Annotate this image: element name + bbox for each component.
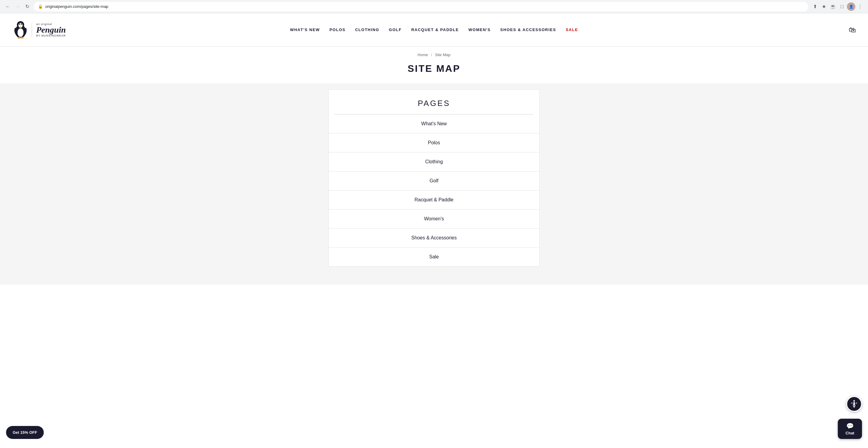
pages-heading: PAGES [329, 90, 539, 114]
accessibility-button[interactable] [846, 396, 862, 412]
svg-point-5 [21, 24, 22, 25]
extensions-button[interactable]: ☕ [829, 2, 837, 11]
page-link-clothing[interactable]: Clothing [425, 159, 443, 164]
page-link-whats-new[interactable]: What's New [421, 121, 447, 126]
site-header: an original Penguin by Munsingwear WHAT'… [0, 13, 868, 47]
nav-sale[interactable]: SALE [566, 27, 578, 32]
browser-actions: ⬆ ★ ☕ □ 👤 ⋮ [811, 2, 864, 11]
main-content: PAGES What's New Polos Clothing Golf Rac… [0, 83, 868, 285]
svg-point-1 [18, 28, 24, 37]
list-item: Sale [329, 247, 539, 266]
list-item: Golf [329, 172, 539, 190]
browser-chrome: ← → ↻ 🔒 originalpenguin.com/pages/site-m… [0, 0, 868, 13]
list-item: Shoes & Accessories [329, 229, 539, 247]
page-link-sale[interactable]: Sale [429, 254, 439, 259]
logo-area[interactable]: an original Penguin by Munsingwear [12, 19, 66, 40]
bookmark-button[interactable]: ★ [820, 2, 828, 11]
cart-button[interactable]: 🛍 [849, 26, 856, 34]
page-wrapper: an original Penguin by Munsingwear WHAT'… [0, 13, 868, 448]
list-item: Racquet & Paddle [329, 190, 539, 210]
chat-icon: 💬 [846, 422, 854, 429]
discount-button[interactable]: Get 15% OFF [6, 426, 44, 439]
reader-view-button[interactable]: □ [838, 2, 846, 11]
page-link-polos[interactable]: Polos [428, 140, 440, 145]
list-item: Women's [329, 210, 539, 229]
nav-polos[interactable]: POLOS [330, 27, 346, 32]
address-bar[interactable]: 🔒 originalpenguin.com/pages/site-map [34, 2, 808, 11]
logo-sub-text: by Munsingwear [36, 34, 66, 37]
share-button[interactable]: ⬆ [811, 2, 819, 11]
page-link-shoes-accessories[interactable]: Shoes & Accessories [411, 235, 457, 240]
breadcrumb-area: Home / Site Map [0, 47, 868, 60]
penguin-logo-icon [12, 19, 29, 40]
nav-womens[interactable]: WOMEN'S [468, 27, 491, 32]
main-nav: WHAT'S NEW POLOS CLOTHING GOLF RACQUET &… [290, 27, 578, 32]
nav-racquet-paddle[interactable]: RACQUET & PADDLE [411, 27, 459, 32]
lock-icon: 🔒 [38, 4, 43, 9]
header-actions: 🛍 [849, 26, 856, 34]
svg-point-9 [18, 37, 21, 39]
back-button[interactable]: ← [4, 2, 12, 11]
logo-text-area: an original Penguin by Munsingwear [32, 23, 66, 37]
list-item: Polos [329, 133, 539, 152]
reload-button[interactable]: ↻ [23, 2, 31, 11]
nav-shoes-accessories[interactable]: SHOES & ACCESSORIES [500, 27, 556, 32]
svg-point-10 [21, 37, 24, 39]
breadcrumb-current: Site Map [435, 53, 450, 57]
nav-golf[interactable]: GOLF [389, 27, 402, 32]
breadcrumb: Home / Site Map [0, 53, 868, 57]
breadcrumb-separator: / [431, 53, 432, 57]
list-item: Clothing [329, 152, 539, 172]
page-link-racquet-paddle[interactable]: Racquet & Paddle [415, 197, 454, 202]
nav-clothing[interactable]: CLOTHING [355, 27, 379, 32]
page-title-area: SITE MAP [0, 60, 868, 83]
pages-card: PAGES What's New Polos Clothing Golf Rac… [329, 89, 539, 267]
list-item: What's New [329, 114, 539, 133]
svg-point-11 [854, 400, 855, 402]
url-text: originalpenguin.com/pages/site-map [45, 4, 108, 9]
chat-button[interactable]: 💬 Chat [838, 419, 862, 439]
page-link-golf[interactable]: Golf [430, 178, 438, 183]
accessibility-icon [849, 399, 859, 409]
breadcrumb-home[interactable]: Home [418, 53, 428, 57]
forward-button[interactable]: → [13, 2, 22, 11]
menu-button[interactable]: ⋮ [856, 2, 864, 11]
logo-brand-name: Penguin [36, 26, 66, 34]
page-link-womens[interactable]: Women's [424, 216, 444, 221]
user-avatar[interactable]: 👤 [847, 2, 855, 11]
browser-nav-buttons: ← → ↻ [4, 2, 31, 11]
svg-point-4 [19, 24, 20, 25]
page-title: SITE MAP [0, 63, 868, 74]
nav-whats-new[interactable]: WHAT'S NEW [290, 27, 320, 32]
chat-label: Chat [846, 431, 855, 435]
